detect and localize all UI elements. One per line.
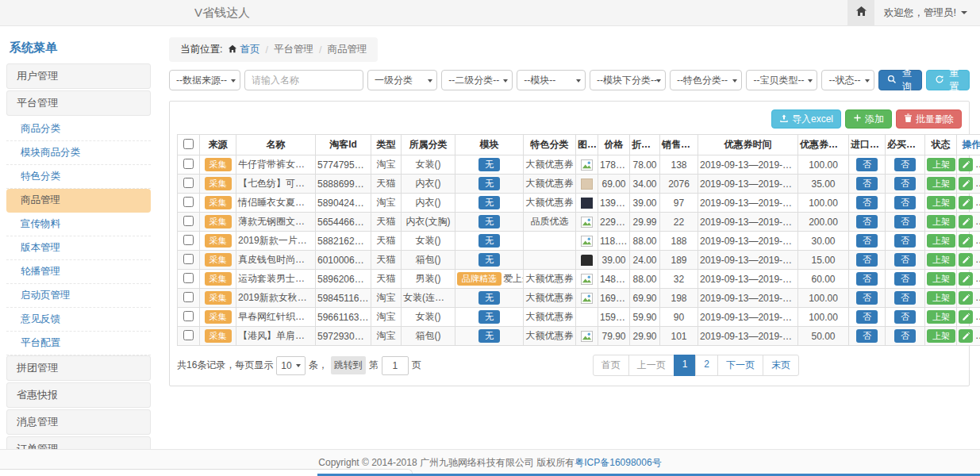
search-button[interactable]: 查询 — [878, 70, 922, 90]
import-toggle-badge[interactable]: 否 — [856, 158, 878, 171]
pager-button-首页[interactable]: 首页 — [593, 355, 629, 376]
must-buy-toggle-badge[interactable]: 否 — [894, 329, 916, 343]
must-buy-toggle-badge[interactable]: 否 — [894, 215, 916, 228]
sidebar-item-消息管理[interactable]: 消息管理 — [6, 409, 151, 435]
module-none-badge[interactable]: 无 — [478, 253, 500, 267]
edit-button[interactable] — [959, 158, 973, 171]
edit-button[interactable] — [959, 234, 973, 248]
module-none-badge[interactable]: 无 — [478, 291, 500, 305]
import-toggle-badge[interactable]: 否 — [856, 196, 878, 209]
sidebar-item-平台配置[interactable]: 平台配置 — [6, 332, 151, 355]
sidebar-item-商品分类[interactable]: 商品分类 — [6, 117, 151, 141]
batch-delete-button[interactable]: 批量删除 — [896, 109, 962, 129]
edit-button[interactable] — [959, 196, 973, 209]
import-toggle-badge[interactable]: 否 — [856, 272, 878, 286]
module-none-badge[interactable]: 无 — [478, 158, 500, 171]
edit-button[interactable] — [959, 272, 973, 286]
edit-button[interactable] — [959, 253, 973, 267]
import-toggle-badge[interactable]: 否 — [856, 234, 878, 248]
pager-button-上一页[interactable]: 上一页 — [628, 355, 674, 376]
home-button[interactable] — [847, 0, 874, 25]
must-buy-toggle-badge[interactable]: 否 — [894, 291, 916, 305]
icp-link[interactable]: 粤ICP备16098006号 — [575, 456, 661, 470]
sidebar-item-商品管理[interactable]: 商品管理 — [6, 189, 151, 213]
must-buy-toggle-badge[interactable]: 否 — [894, 177, 916, 190]
row-checkbox[interactable] — [183, 273, 194, 283]
sidebar-item-特色分类[interactable]: 特色分类 — [6, 165, 151, 189]
module-none-badge[interactable]: 无 — [478, 329, 500, 343]
row-checkbox[interactable] — [183, 311, 194, 321]
sidebar-item-意见反馈[interactable]: 意见反馈 — [6, 308, 151, 332]
must-buy-toggle-badge[interactable]: 否 — [894, 253, 916, 267]
breadcrumb-home-link[interactable]: 首页 — [228, 43, 259, 56]
must-buy-toggle-badge[interactable]: 否 — [894, 158, 916, 171]
sidebar-item-宣传物料[interactable]: 宣传物料 — [6, 213, 151, 236]
pager-button-末页[interactable]: 末页 — [763, 355, 799, 376]
filter-select-special-category[interactable]: --特色分类-- — [670, 70, 743, 90]
status-badge[interactable]: 上架 — [927, 272, 955, 286]
edit-button[interactable] — [959, 310, 973, 324]
filter-select-level2-category[interactable]: --二级分类-- — [441, 70, 513, 90]
filter-select-status[interactable]: --状态-- — [821, 70, 874, 90]
status-badge[interactable]: 上架 — [927, 158, 955, 171]
import-toggle-badge[interactable]: 否 — [856, 291, 878, 305]
sidebar-item-用户管理[interactable]: 用户管理 — [6, 63, 151, 89]
edit-button[interactable] — [959, 329, 973, 343]
status-badge[interactable]: 上架 — [927, 329, 955, 343]
pager-button-1[interactable]: 1 — [674, 355, 697, 376]
import-excel-button[interactable]: 导入excel — [771, 109, 841, 129]
sidebar-item-拼团管理[interactable]: 拼团管理 — [6, 355, 151, 381]
sidebar-item-版本管理[interactable]: 版本管理 — [6, 236, 151, 260]
sidebar-item-平台管理[interactable]: 平台管理 — [6, 90, 151, 116]
jump-page-input[interactable] — [382, 356, 409, 375]
row-checkbox[interactable] — [183, 178, 194, 188]
import-toggle-badge[interactable]: 否 — [856, 253, 878, 267]
row-checkbox[interactable] — [183, 197, 194, 207]
module-none-badge[interactable]: 无 — [478, 196, 500, 209]
reset-button[interactable]: 重置 — [926, 70, 970, 90]
status-badge[interactable]: 上架 — [927, 253, 955, 267]
module-none-badge[interactable]: 无 — [478, 234, 500, 248]
import-toggle-badge[interactable]: 否 — [856, 310, 878, 324]
row-checkbox[interactable] — [183, 254, 194, 264]
filter-select-level1-category[interactable]: 一级分类 — [367, 70, 437, 90]
status-badge[interactable]: 上架 — [927, 310, 955, 324]
module-none-badge[interactable]: 无 — [478, 177, 500, 190]
import-toggle-badge[interactable]: 否 — [856, 215, 878, 228]
sidebar-item-模块商品分类[interactable]: 模块商品分类 — [6, 141, 151, 165]
add-button[interactable]: 添加 — [845, 109, 892, 129]
filter-select-module-subcategory[interactable]: --模块下分类-- — [590, 70, 666, 90]
sidebar-item-省惠快报[interactable]: 省惠快报 — [6, 382, 151, 408]
status-badge[interactable]: 上架 — [927, 215, 955, 228]
pager-button-下一页[interactable]: 下一页 — [717, 355, 763, 376]
import-toggle-badge[interactable]: 否 — [856, 329, 878, 343]
name-search-input[interactable] — [244, 70, 363, 90]
row-checkbox[interactable] — [183, 159, 194, 169]
row-checkbox[interactable] — [183, 292, 194, 302]
must-buy-toggle-badge[interactable]: 否 — [894, 234, 916, 248]
must-buy-toggle-badge[interactable]: 否 — [894, 272, 916, 286]
row-checkbox[interactable] — [183, 235, 194, 245]
per-page-select[interactable]: 10 — [276, 356, 305, 375]
sidebar-item-轮播管理[interactable]: 轮播管理 — [6, 260, 151, 284]
edit-button[interactable] — [959, 291, 973, 305]
must-buy-toggle-badge[interactable]: 否 — [894, 310, 916, 324]
edit-button[interactable] — [959, 177, 973, 190]
status-badge[interactable]: 上架 — [927, 234, 955, 248]
edit-button[interactable] — [959, 215, 973, 228]
status-badge[interactable]: 上架 — [927, 196, 955, 209]
module-none-badge[interactable]: 无 — [478, 310, 500, 324]
select-all-checkbox[interactable] — [183, 139, 194, 149]
import-toggle-badge[interactable]: 否 — [856, 177, 878, 190]
sidebar-item-启动页管理[interactable]: 启动页管理 — [6, 284, 151, 308]
row-checkbox[interactable] — [183, 216, 194, 226]
module-none-badge[interactable]: 无 — [478, 215, 500, 228]
must-buy-toggle-badge[interactable]: 否 — [894, 196, 916, 209]
filter-select-module[interactable]: --模块-- — [517, 70, 586, 90]
user-menu[interactable]: 欢迎您，管理员! — [874, 0, 980, 25]
pager-button-2[interactable]: 2 — [695, 355, 718, 376]
filter-select-item-type[interactable]: --宝贝类型-- — [746, 70, 817, 90]
status-badge[interactable]: 上架 — [927, 177, 955, 190]
row-checkbox[interactable] — [183, 330, 194, 340]
filter-select-data-source[interactable]: --数据来源-- — [169, 70, 240, 90]
